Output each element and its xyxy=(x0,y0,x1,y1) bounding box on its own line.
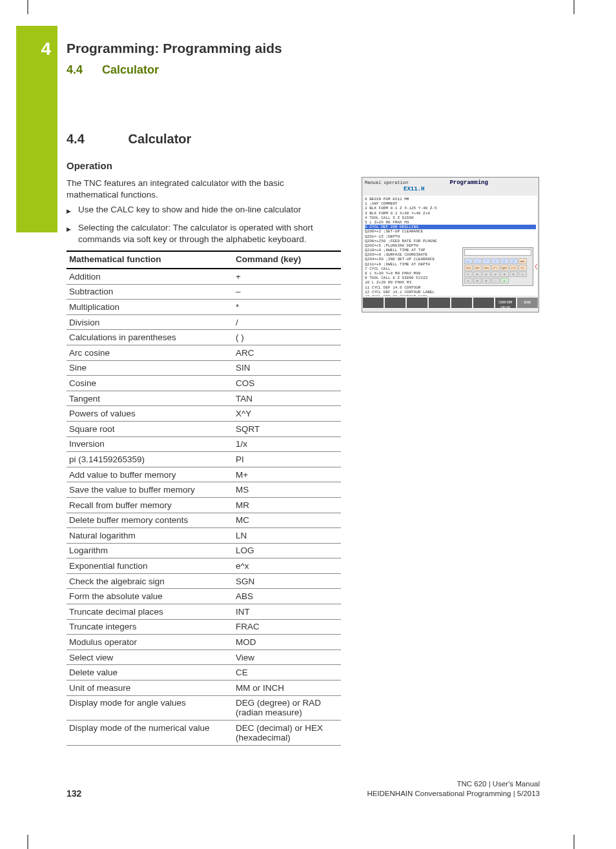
func-key: TAN xyxy=(233,391,341,406)
func-key: M+ xyxy=(233,467,341,482)
func-key: DEC (decimal) or HEX (hexadecimal) xyxy=(233,721,341,746)
table-row: Natural logarithmLN xyxy=(67,528,341,544)
func-key: INT xyxy=(233,604,341,620)
softkey: END xyxy=(517,298,538,308)
func-key: View xyxy=(233,650,341,665)
table-row: Delete valueCE xyxy=(67,665,341,680)
func-name: Logarithm xyxy=(67,543,233,558)
func-key: / xyxy=(233,314,341,330)
func-key: ABS xyxy=(233,589,341,604)
func-key: MR xyxy=(233,497,341,513)
calc-key: ) xyxy=(509,258,518,264)
chapter-number: 4 xyxy=(16,39,57,59)
bullet-list: Use the CALC key to show and hide the on… xyxy=(67,204,344,252)
code-line: Q200=+2 ;SET-UP CLEARANCE xyxy=(365,229,536,234)
func-name: Select view xyxy=(67,650,233,665)
func-name: Sine xyxy=(67,360,233,376)
calc-key: 9 xyxy=(482,271,491,277)
calc-key: ( xyxy=(500,258,509,264)
func-key: ( ) xyxy=(233,330,341,345)
onscreen-calculator: +-*/()ARCSINCOSTANX^YSQRT1/xPI7894561230… xyxy=(462,247,533,286)
section-number: 4.4 xyxy=(67,63,99,77)
table-row: Truncate integersFRAC xyxy=(67,619,341,635)
ss-title: Programming xyxy=(449,179,488,186)
tnc-screenshot: Manual operation Programming EX11.H 0 BE… xyxy=(362,177,539,312)
func-name: Check the algebraic sign xyxy=(67,573,233,589)
calc-key: . xyxy=(491,278,500,283)
table-row: Delete buffer memory contentsMC xyxy=(67,513,341,528)
func-name: Truncate decimal places xyxy=(67,604,233,620)
func-key: + xyxy=(233,269,341,284)
func-key: MM or INCH xyxy=(233,680,341,696)
table-row: pi (3.14159265359)PI xyxy=(67,452,341,467)
func-name: Exponential function xyxy=(67,558,233,574)
func-key: X^Y xyxy=(233,406,341,422)
func-name: Add value to buffer memory xyxy=(67,467,233,482)
table-row: Addition+ xyxy=(67,269,341,284)
crop-mark xyxy=(573,0,575,14)
softkey: CONFIRM VALUE xyxy=(495,298,516,308)
func-name: Arc cosine xyxy=(67,345,233,360)
func-key: SIN xyxy=(233,360,341,376)
code-line: 13 CYCL DEF 20 CONTOUR DATA xyxy=(365,294,536,296)
bullet-item: Use the CALC key to show and hide the on… xyxy=(67,204,344,216)
table-header: Command (key) xyxy=(233,251,341,269)
section-breadcrumb: 4.4 Calculator xyxy=(67,63,159,77)
calc-key: * xyxy=(482,258,491,264)
table-row: CosineCOS xyxy=(67,376,341,391)
func-name: Calculations in parentheses xyxy=(67,330,233,345)
func-key: e^x xyxy=(233,558,341,574)
func-key: DEG (degree) or RAD (radian measure) xyxy=(233,695,341,721)
func-name: Inversion xyxy=(67,436,233,452)
func-key: MOD xyxy=(233,635,341,650)
table-row: Select viewView xyxy=(67,650,341,665)
ss-program: EX11.H xyxy=(404,186,424,192)
func-key: ARC xyxy=(233,345,341,360)
calc-key: 6 xyxy=(509,271,518,277)
table-row: TangentTAN xyxy=(67,391,341,406)
func-name: Truncate integers xyxy=(67,619,233,635)
table-header: Mathematical function xyxy=(67,251,233,269)
func-name: Delete buffer memory contents xyxy=(67,513,233,528)
table-row: LogarithmLOG xyxy=(67,543,341,558)
code-line: 5 L Z+20 R0 FMAX M3 xyxy=(365,220,536,225)
calc-key: SIN xyxy=(464,265,473,271)
func-name: Display mode of the numerical value xyxy=(67,721,233,746)
calc-key: 3 xyxy=(473,278,482,283)
table-row: Recall from buffer memoryMR xyxy=(67,497,341,513)
footer-text: TNC 620 | User's Manual HEIDENHAIN Conve… xyxy=(367,779,540,799)
calc-key: 0 xyxy=(482,278,491,283)
func-name: Form the absolute value xyxy=(67,589,233,604)
calc-key: - xyxy=(473,258,482,264)
ss-mode: Manual operation xyxy=(365,180,408,185)
footer-line1: TNC 620 | User's Manual xyxy=(457,780,540,788)
bullet-text: Selecting the calculator: The calculator… xyxy=(78,222,344,245)
table-row: Unit of measureMM or INCH xyxy=(67,680,341,696)
softkey xyxy=(407,298,427,308)
calc-key: / xyxy=(491,258,500,264)
table-row: Division/ xyxy=(67,314,341,330)
func-name: Recall from buffer memory xyxy=(67,497,233,513)
calc-key: PI xyxy=(518,265,527,271)
softkey xyxy=(363,298,384,308)
func-key: CE xyxy=(233,665,341,680)
softkey xyxy=(385,298,406,308)
table-row: Modulus operatorMOD xyxy=(67,635,341,650)
func-key: FRAC xyxy=(233,619,341,635)
code-line: Q206=+250 ;FEED RATE FOR PLNGNG xyxy=(365,239,536,243)
func-name: Subtraction xyxy=(67,284,233,300)
softkey xyxy=(429,298,449,308)
page-number: 132 xyxy=(67,788,81,799)
triangle-bullet-icon xyxy=(67,222,78,245)
func-key: SQRT xyxy=(233,421,341,436)
functions-table: Mathematical function Command (key) Addi… xyxy=(67,251,341,746)
table-row: Inversion1/x xyxy=(67,436,341,452)
func-name: Powers of values xyxy=(67,406,233,422)
func-name: pi (3.14159265359) xyxy=(67,452,233,467)
table-row: Truncate decimal placesINT xyxy=(67,604,341,620)
func-key: PI xyxy=(233,452,341,467)
func-name: Delete value xyxy=(67,665,233,680)
func-name: Unit of measure xyxy=(67,680,233,696)
bullet-text: Use the CALC key to show and hide the on… xyxy=(78,204,301,216)
calc-key: 8 xyxy=(473,271,482,277)
